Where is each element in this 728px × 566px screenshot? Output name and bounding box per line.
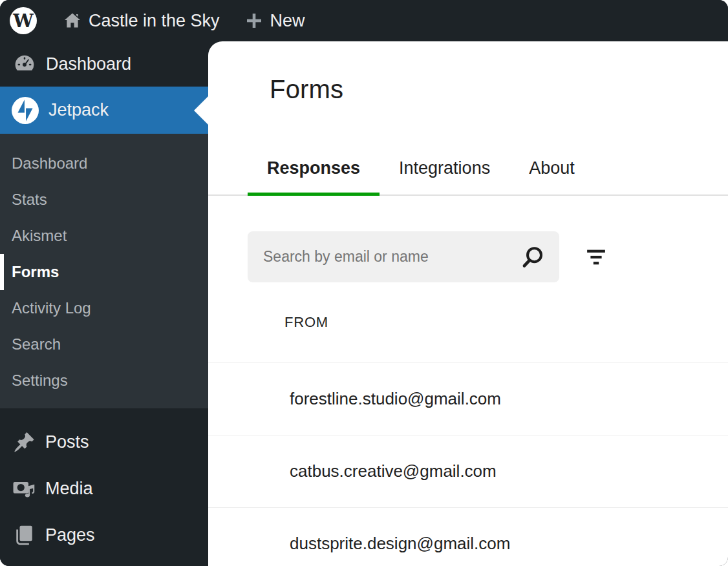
home-icon — [63, 11, 82, 30]
submenu-item-dashboard[interactable]: Dashboard — [0, 145, 208, 182]
jetpack-logo-icon — [12, 97, 39, 124]
submenu-item-label: Stats — [12, 191, 47, 209]
sidebar-item-label: Media — [45, 479, 93, 499]
sidebar-item-posts[interactable]: Posts — [0, 419, 208, 465]
pages-icon — [13, 524, 36, 547]
media-camera-icon — [13, 477, 36, 500]
response-from-email: catbus.creative@gmail.com — [290, 461, 497, 481]
site-name: Castle in the Sky — [89, 11, 220, 31]
sidebar-item-label: Pages — [45, 525, 95, 545]
plus-icon — [244, 11, 264, 30]
sidebar-item-label: Dashboard — [46, 54, 131, 74]
svg-text:W: W — [12, 10, 34, 32]
column-header-from: FROM — [284, 314, 328, 331]
wordpress-logo-icon[interactable]: W — [10, 7, 37, 34]
active-tab-underline — [248, 193, 380, 196]
forms-tabs: Responses Integrations About — [208, 144, 728, 196]
sidebar-item-dashboard[interactable]: Dashboard — [0, 41, 208, 87]
table-header-row: FROM — [208, 282, 728, 363]
sidebar-item-pages[interactable]: Pages — [0, 512, 208, 558]
tab-responses[interactable]: Responses — [248, 144, 380, 194]
forms-content-panel: Forms Responses Integrations About — [208, 41, 728, 566]
tab-label: Responses — [267, 158, 360, 178]
search-icon — [519, 244, 546, 271]
filter-button[interactable] — [583, 244, 610, 271]
submenu-item-search[interactable]: Search — [0, 326, 208, 362]
search-box[interactable] — [248, 231, 559, 282]
sidebar-item-label: Posts — [45, 432, 89, 452]
submenu-item-label: Settings — [12, 372, 68, 390]
sidebar-item-jetpack[interactable]: Jetpack — [0, 87, 208, 134]
sidebar-bottom-menu: Posts Media Pages — [0, 408, 208, 558]
page-title: Forms — [270, 75, 728, 104]
table-row[interactable]: dustsprite.design@gmail.com — [208, 508, 728, 566]
active-menu-arrow — [194, 96, 208, 125]
submenu-item-settings[interactable]: Settings — [0, 362, 208, 399]
new-content-menu[interactable]: New — [244, 11, 305, 31]
responses-toolbar — [208, 196, 728, 282]
table-row[interactable]: catbus.creative@gmail.com — [208, 435, 728, 508]
tab-integrations[interactable]: Integrations — [380, 144, 509, 194]
site-menu[interactable]: Castle in the Sky — [63, 11, 220, 31]
filter-icon — [583, 244, 610, 271]
response-from-email: forestline.studio@gmail.com — [290, 389, 501, 409]
table-row[interactable]: forestline.studio@gmail.com — [208, 363, 728, 435]
dashboard-gauge-icon — [13, 52, 36, 76]
current-page-marker — [0, 254, 4, 290]
tab-about[interactable]: About — [509, 144, 594, 194]
sidebar-item-media[interactable]: Media — [0, 465, 208, 512]
submenu-item-label: Forms — [12, 263, 59, 281]
submenu-item-label: Search — [12, 335, 61, 353]
admin-sidebar: Dashboard Jetpack Dashboard Stats Akisme… — [0, 41, 208, 566]
new-label: New — [270, 11, 305, 31]
sidebar-item-label: Jetpack — [48, 100, 109, 120]
pushpin-icon — [13, 431, 36, 454]
search-input[interactable] — [263, 248, 519, 266]
wordpress-admin-screen: W Castle in the Sky New — [0, 0, 728, 566]
submenu-item-activity-log[interactable]: Activity Log — [0, 290, 208, 326]
tab-label: Integrations — [399, 158, 490, 178]
submenu-item-forms[interactable]: Forms — [0, 254, 208, 290]
search-button[interactable] — [519, 244, 546, 271]
jetpack-submenu: Dashboard Stats Akismet Forms Activity L… — [0, 134, 208, 408]
submenu-item-akismet[interactable]: Akismet — [0, 218, 208, 254]
submenu-item-label: Dashboard — [12, 154, 87, 173]
submenu-item-label: Akismet — [12, 227, 67, 245]
response-from-email: dustsprite.design@gmail.com — [290, 534, 510, 554]
admin-bar: W Castle in the Sky New — [0, 0, 728, 41]
tab-label: About — [529, 158, 575, 178]
submenu-item-stats[interactable]: Stats — [0, 182, 208, 218]
submenu-item-label: Activity Log — [12, 299, 91, 317]
